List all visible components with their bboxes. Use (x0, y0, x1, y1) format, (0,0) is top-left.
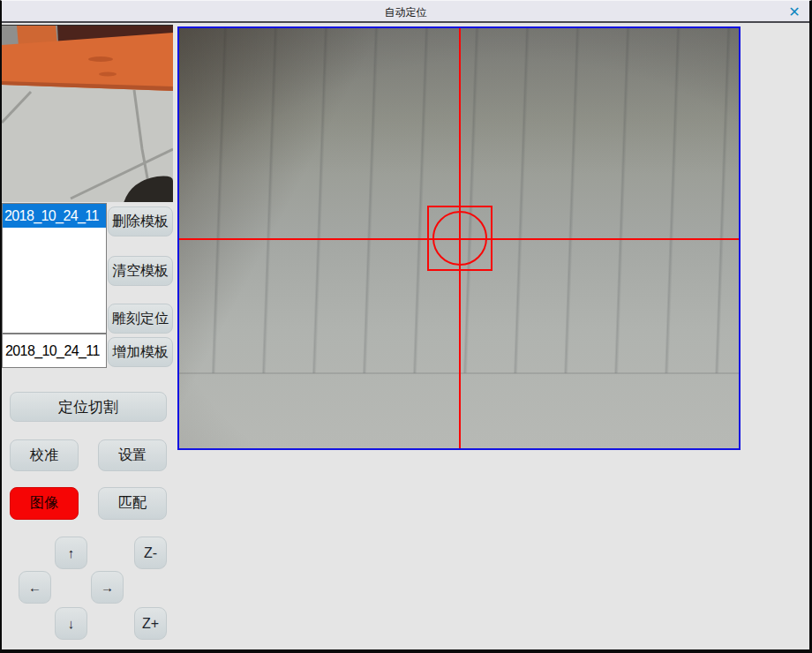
auto-position-window: 自动定位 ✕ 2018_10_24_11 删除模板 清空模板 (0, 0, 812, 653)
position-cut-button[interactable]: 定位切割 (10, 392, 167, 422)
engrave-position-button[interactable]: 雕刻定位 (108, 304, 173, 334)
template-thumbnail (2, 25, 173, 202)
jog-left-button[interactable]: ← (19, 571, 51, 604)
z-minus-button[interactable]: Z- (134, 537, 167, 569)
thumbnail-image (2, 26, 173, 202)
close-icon[interactable]: ✕ (786, 4, 803, 21)
match-region-circle (432, 211, 487, 266)
jog-down-button[interactable]: ↓ (55, 607, 87, 640)
titlebar: 自动定位 ✕ (2, 1, 809, 23)
jog-right-button[interactable]: → (91, 571, 124, 604)
settings-button[interactable]: 设置 (98, 439, 167, 471)
calibrate-button[interactable]: 校准 (10, 439, 79, 471)
window-title: 自动定位 (2, 5, 809, 20)
clear-templates-button[interactable]: 清空模板 (108, 256, 173, 286)
template-list-item-selected[interactable]: 2018_10_24_11 (3, 204, 106, 228)
jog-up-button[interactable]: ↑ (55, 537, 87, 569)
add-template-button[interactable]: 增加模板 (108, 337, 173, 367)
template-name-input[interactable] (2, 334, 107, 368)
match-button[interactable]: 匹配 (98, 487, 167, 520)
delete-template-button[interactable]: 删除模板 (108, 206, 173, 236)
template-list[interactable]: 2018_10_24_11 (2, 203, 107, 334)
image-button[interactable]: 图像 (10, 487, 79, 520)
z-plus-button[interactable]: Z+ (134, 607, 167, 640)
camera-view (177, 26, 741, 450)
